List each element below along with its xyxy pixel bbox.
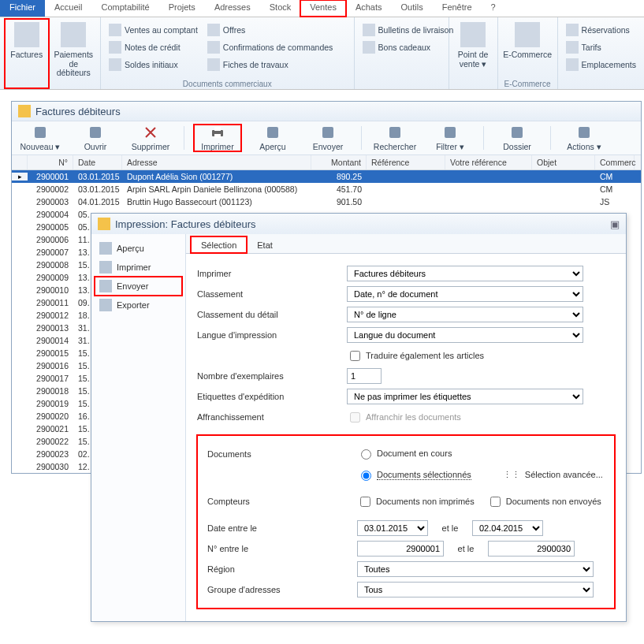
checkbox-nonenv[interactable]: Documents non envoyés [487,494,601,509]
col-commercial[interactable]: Commerc [595,155,635,169]
radio-doc-sel[interactable]: Documents sélectionnés [357,468,471,481]
select-classdet[interactable]: N° de ligne [347,307,583,322]
folder-button[interactable]: Dossier [493,125,541,151]
document-icon [109,24,121,36]
select-region[interactable]: Toutes [357,561,594,577]
date-from[interactable]: 03.01.2015 [357,520,428,536]
dialog-title-text: Impression: Factures débiteurs [115,218,255,230]
label-documents: Documents [207,449,357,459]
table-row[interactable]: 290000304.01.2015Bruttin Hugo Bassecourt… [12,195,641,208]
dialog-tabs: SélectionEtat [186,234,626,254]
label-etiq: Etiquettes d'expédition [197,392,347,401]
delete-button[interactable]: Supprimer [127,125,174,151]
document-icon [14,22,39,47]
side-imprimer[interactable]: Imprimer [95,258,182,277]
search-button[interactable]: Rechercher [371,125,419,151]
menu-?[interactable]: ? [482,0,505,17]
action-icon [99,261,112,274]
ribbon-bons-cadeaux[interactable]: Bons cadeaux [359,39,457,55]
ribbon-bulletins-de-livraison[interactable]: Bulletins de livraison [359,22,457,38]
menu-outils[interactable]: Outils [392,0,433,17]
document-icon [207,58,220,71]
window-toolbar: Nouveau ▾OuvrirSupprimerImprimerAperçuEn… [12,121,641,155]
print-button[interactable]: Imprimer [194,125,241,151]
num-to[interactable] [488,541,575,557]
select-langue[interactable]: Langue du document [347,327,583,343]
ribbon-réservations[interactable]: Réservations [563,22,639,38]
document-icon [207,24,220,36]
link-selection-avancee[interactable]: ⋮⋮Sélection avancée... [503,470,603,480]
menu-projets[interactable]: Projets [159,0,205,17]
tab-sélection[interactable]: Sélection [191,236,247,253]
ribbon-point de[interactable]: Point devente ▾ [454,19,493,88]
menu-fenêtre[interactable]: Fenêtre [433,0,482,17]
col-number[interactable]: N° [28,155,73,169]
ribbon-ventes-au-comptant[interactable]: Ventes au comptant [106,22,201,38]
open-button[interactable]: Ouvrir [72,125,119,151]
table-row[interactable]: ▸290000103.01.2015Dupont Adélia Sion (00… [12,170,641,183]
ribbon-emplacements[interactable]: Emplacements [563,57,639,73]
ribbon-fiches-de-travaux[interactable]: Fiches de travaux [204,57,336,73]
col-amount[interactable]: Montant [311,155,367,169]
select-etiq[interactable]: Ne pas imprimer les étiquettes [347,389,583,404]
ribbon-confirmations-de-commandes[interactable]: Confirmations de commandes [204,39,336,55]
label-affr: Affranchissement [197,412,347,422]
side-exporter[interactable]: Exporter [95,296,182,315]
col-reference[interactable]: Référence [367,155,445,169]
action-icon [99,280,112,292]
date-to[interactable]: 02.04.2015 [472,520,543,536]
menu-adresses[interactable]: Adresses [205,0,260,17]
select-groupe[interactable]: Tous [357,582,594,597]
ribbon-tarifs[interactable]: Tarifs [563,39,639,55]
menu-accueil[interactable]: Accueil [45,0,91,17]
menu-comptabilité[interactable]: Comptabilité [91,0,158,17]
spin-nbex[interactable] [347,368,382,384]
label-classdet: Classement du détail [197,310,347,319]
menu-stock[interactable]: Stock [260,0,301,17]
checkbox-affr[interactable]: Affranchir les documents [347,410,461,425]
document-icon [109,41,121,54]
dialog-title-bar[interactable]: Impression: Factures débiteurs ▣ [91,214,626,234]
actions-button[interactable]: Actions ▾ [560,125,608,151]
menu-achats[interactable]: Achats [346,0,392,17]
menu-ventes[interactable]: Ventes [300,0,346,17]
select-imprimer[interactable]: Factures débiteurs [347,266,583,281]
new-button[interactable]: Nouveau ▾ [17,125,64,151]
col-subject[interactable]: Objet [532,155,595,169]
side-aperçu[interactable]: Aperçu [95,239,182,258]
num-from[interactable] [357,541,444,557]
ribbon-notes-de-crédit[interactable]: Notes de crédit [106,39,201,55]
selection-section: Documents Document en cours Documents sé… [197,435,615,609]
label-classement: Classement [197,289,347,299]
close-icon[interactable]: ▣ [610,218,620,230]
document-icon [363,24,375,36]
send-button[interactable]: Envoyer [304,125,352,151]
ribbon-factures[interactable]: Factures [5,19,49,88]
filter-button[interactable]: Filtrer ▾ [426,125,474,151]
ribbon-soldes-initiaux[interactable]: Soldes initiaux [106,57,201,73]
select-classement[interactable]: Date, n° de document [347,286,583,302]
tab-etat[interactable]: Etat [247,236,283,253]
chevron-down-icon: ▾ [597,142,601,151]
svg-rect-10 [579,127,590,138]
checkbox-tradart[interactable]: Traduire également les articles [347,348,484,363]
document-icon [566,41,579,54]
col-address[interactable]: Adresse [122,155,311,169]
ribbon-offres[interactable]: Offres [204,22,336,38]
svg-rect-7 [389,127,400,138]
menu-fichier[interactable]: Fichier [0,0,45,17]
preview-button[interactable]: Aperçu [249,125,296,151]
col-your-ref[interactable]: Votre référence [445,155,532,169]
svg-rect-6 [322,127,333,138]
checkbox-nonimp[interactable]: Documents non imprimés [357,494,475,509]
menu-bar: FichierAccueilComptabilitéProjetsAdresse… [0,0,644,17]
col-date[interactable]: Date [73,155,122,169]
ribbon-e-commerce[interactable]: E-Commerce [503,19,553,78]
table-row[interactable]: 290000203.01.2015Arpin SARL Arpin Daniel… [12,183,641,195]
side-envoyer[interactable]: Envoyer [95,277,182,296]
radio-doc-en-cours[interactable]: Document en cours [357,447,452,460]
print-dialog: Impression: Factures débiteurs ▣ AperçuI… [91,213,627,622]
action-icon [99,299,112,311]
ribbon-paiements de[interactable]: Paiements dedébiteurs [52,19,96,88]
label-imprimer: Imprimer [197,269,347,278]
